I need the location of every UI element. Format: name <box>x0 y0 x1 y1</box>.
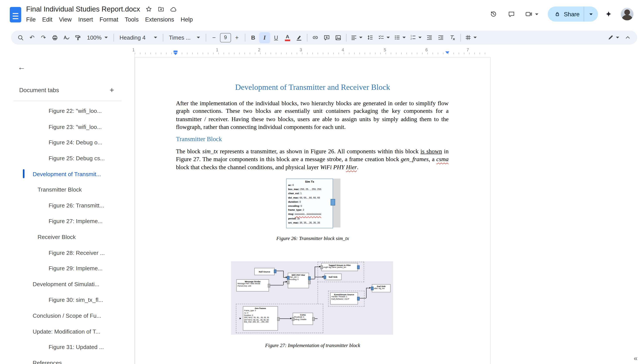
menu-format[interactable]: Format <box>96 15 121 24</box>
decrease-font-size-button[interactable]: − <box>209 32 220 43</box>
insert-image-button[interactable] <box>333 32 344 43</box>
divider <box>14 101 122 101</box>
figure-26-image[interactable]: Sim Tx ac: 0 bss_mac: 255, 25..., 255, 2… <box>286 178 340 228</box>
ruler-number: 1 <box>132 48 135 52</box>
sidebar-item-figure-26[interactable]: Figure 26: Transmitt... <box>21 198 128 213</box>
spellcheck-button[interactable] <box>61 32 72 43</box>
sidebar-item-figure-30[interactable]: Figure 30: sim_tx_fl... <box>21 292 128 308</box>
right-indent-marker[interactable] <box>445 51 450 54</box>
block-sim-tx: Sim Tx ac: 0 bss_mac: 255, 25..., 255, 2… <box>286 178 333 228</box>
menu-tools[interactable]: Tools <box>121 15 142 24</box>
divider <box>245 34 245 42</box>
sidebar-item-receiver-block[interactable]: Receiver Block <box>21 229 128 244</box>
account-avatar[interactable] <box>621 8 633 20</box>
add-tab-button[interactable]: + <box>106 85 117 96</box>
fg-block-message-strobe: Message Strobe Message PMT: Hello World!… <box>236 279 269 291</box>
sidebar-item-figure-27[interactable]: Figure 27: Impleme... <box>21 213 128 229</box>
left-indent-marker[interactable] <box>173 52 178 55</box>
back-button[interactable]: ← <box>16 61 28 73</box>
sidebar-item-figure-31[interactable]: Figure 31: Updated ... <box>21 339 128 355</box>
version-history-button[interactable] <box>486 7 501 22</box>
menu-edit[interactable]: Edit <box>39 15 56 24</box>
bulleted-list-select[interactable] <box>392 32 408 43</box>
port <box>357 297 359 300</box>
port <box>308 280 310 284</box>
sidebar-item-development-of-simulation[interactable]: Development of Simulati... <box>21 276 128 292</box>
share-control: Share <box>548 6 598 22</box>
divider <box>460 34 461 42</box>
menu-extensions[interactable]: Extensions <box>142 15 177 24</box>
sidebar-item-conclusion[interactable]: Conclusion / Scope of Fu... <box>21 308 128 323</box>
menu-file[interactable]: File <box>23 15 39 24</box>
figure-27-image[interactable]: Null Source Message Strobe Message PMT: … <box>231 261 393 335</box>
chevron-down-icon <box>474 37 477 38</box>
sidebar-item-figure-23[interactable]: Figure 23: "wifi_loo... <box>21 119 128 134</box>
divider <box>307 34 307 42</box>
menu-insert[interactable]: Insert <box>75 15 96 24</box>
star-icon[interactable] <box>145 6 152 12</box>
zoom-select[interactable]: 100% <box>84 32 111 43</box>
increase-indent-button[interactable] <box>435 32 447 43</box>
docs-logo-icon[interactable] <box>10 7 21 22</box>
share-button[interactable]: Share <box>548 11 584 18</box>
clear-formatting-button[interactable] <box>447 32 458 43</box>
document-title[interactable]: Final Individual Studies Report.docx <box>26 5 140 14</box>
align-select[interactable] <box>349 32 364 43</box>
hier-ref: Hier <box>346 164 357 170</box>
cloud-status-icon[interactable] <box>170 6 177 13</box>
search-menus-button[interactable] <box>15 32 26 43</box>
sidebar-item-figure-29[interactable]: Figure 29: Impleme... <box>21 260 128 276</box>
gemini-sparkle-icon[interactable] <box>602 7 616 21</box>
editing-mode-select[interactable] <box>604 32 622 43</box>
line-spacing-button[interactable] <box>365 32 376 43</box>
font-family-select[interactable]: Times ... <box>166 32 203 43</box>
paint-format-button[interactable] <box>72 32 83 43</box>
csma-ref: csma <box>436 156 448 162</box>
collapse-panel-button[interactable]: « <box>634 354 637 362</box>
numbered-list-select[interactable]: 12 <box>408 32 424 43</box>
open-comments-button[interactable] <box>504 7 519 22</box>
add-comment-button[interactable] <box>321 32 332 43</box>
font-size-input[interactable]: 9 <box>220 33 231 42</box>
sidebar-item-update-modification[interactable]: Update: Modification of T... <box>21 323 128 339</box>
redo-button[interactable]: ↷ <box>38 32 49 43</box>
sidebar-item-figure-24[interactable]: Figure 24: Debug o... <box>21 134 128 150</box>
print-button[interactable] <box>50 32 61 43</box>
bold-button[interactable]: B <box>248 32 259 43</box>
fg-block-tagged-stream-to-pdu: Tagged Stream to PDU Length tag name: pa… <box>321 263 358 271</box>
decrease-indent-button[interactable] <box>424 32 435 43</box>
undo-button[interactable]: ↶ <box>27 32 38 43</box>
svg-text:1: 1 <box>411 34 412 37</box>
ruler-number: 6 <box>425 48 428 52</box>
menu-view[interactable]: View <box>56 15 75 24</box>
highlight-color-button[interactable] <box>293 32 304 43</box>
sidebar-item-references[interactable]: References <box>21 355 128 364</box>
underline-button[interactable]: U <box>270 32 282 43</box>
italic-button[interactable]: I <box>259 32 270 43</box>
doc-heading: Development of Transmitter and Receiver … <box>135 83 490 92</box>
paragraph-style-select[interactable]: Heading 4 <box>116 32 160 43</box>
checklist-select[interactable] <box>376 32 392 43</box>
fg-block-eventstream-source: EventStream Source Handler Threads: 1 Ea… <box>330 292 358 304</box>
sidebar-item-figure-22[interactable]: Figure 22: "wifi_loo... <box>21 103 128 119</box>
sidebar-item-development-of-transmitter[interactable]: Development of Transmit... <box>21 166 128 182</box>
share-dropdown-button[interactable] <box>584 6 598 22</box>
text-color-button[interactable]: A <box>282 32 293 43</box>
sidebar-item-transmitter-block[interactable]: Transmitter Block <box>21 182 128 198</box>
insert-link-button[interactable] <box>310 32 321 43</box>
sidebar-item-figure-25[interactable]: Figure 25: Debug cs... <box>21 150 128 166</box>
fg-block-wifi-phy-hier: WiFi PHY Hier chan_est: 1 encoding: 0 <box>288 273 309 288</box>
line-numbers-select[interactable] <box>463 32 479 43</box>
tab-list: Figure 22: "wifi_loo... Figure 23: "wifi… <box>21 103 128 364</box>
wire <box>366 288 367 298</box>
document-page[interactable]: Development of Transmitter and Receiver … <box>135 57 491 364</box>
increase-font-size-button[interactable]: + <box>231 32 242 43</box>
share-label: Share <box>564 11 580 18</box>
menu-help[interactable]: Help <box>177 15 196 24</box>
figure-27-caption: Figure 27: Implementation of transmitter… <box>135 342 490 348</box>
move-folder-icon[interactable] <box>158 6 165 12</box>
first-line-indent-marker[interactable] <box>173 51 178 52</box>
join-call-button[interactable] <box>523 10 541 18</box>
sidebar-item-figure-28[interactable]: Figure 28: Receiver ... <box>21 245 128 260</box>
hide-menus-button[interactable] <box>622 32 633 43</box>
